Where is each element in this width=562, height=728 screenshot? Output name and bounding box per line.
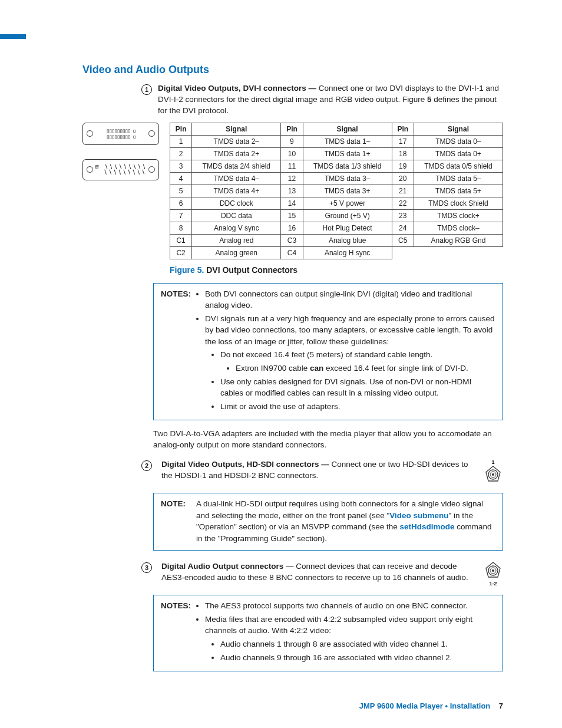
table-row: 5TMDS data 4+13TMDS data 3+21TMDS data 5… — [170, 185, 503, 197]
page-footer: JMP 9600 Media Player • Installation 7 — [359, 701, 503, 710]
note3-bullet1: The AES3 protocol supports two channels … — [205, 600, 495, 612]
signal-cell: TMDS data 0– — [414, 135, 503, 147]
notes-label: NOTES: — [161, 289, 191, 298]
th-signal: Signal — [414, 123, 503, 135]
signal-cell — [414, 246, 503, 259]
signal-cell: Analog H sync — [303, 246, 392, 259]
table-row: 8Analog V sync16Hot Plug Detect24TMDS cl… — [170, 222, 503, 234]
figure-row: ▯▯▯▯▯▯▯▯▯ ▫▯▯▯▯▯▯▯▯▯ ▫ ⊟ \\\\\\\\\ \\\\\… — [82, 123, 503, 259]
notes-box-3: NOTES: The AES3 protocol supports two ch… — [153, 595, 503, 671]
pin-cell: 23 — [392, 209, 414, 222]
pin-cell: 15 — [281, 209, 303, 222]
th-pin: Pin — [281, 123, 303, 135]
signal-cell: TMDS clock+ — [414, 209, 503, 222]
pin-cell — [392, 246, 414, 259]
svg-point-7 — [492, 569, 494, 572]
page-number: 7 — [499, 701, 503, 710]
callout-number-2: 2 — [141, 460, 152, 471]
pin-cell: 9 — [281, 135, 303, 147]
pin-cell: 16 — [281, 222, 303, 234]
dvi-d-connector-icon: ⊟ \\\\\\\\\ \\\\\\\\\ — [82, 159, 159, 180]
signal-cell: TMDS data 2– — [192, 135, 281, 147]
pin-cell: 20 — [392, 172, 414, 185]
pin-cell: C3 — [281, 234, 303, 246]
figure-caption: Figure 5. DVI Output Connectors — [170, 265, 503, 275]
note-label: NOTE: — [161, 499, 186, 508]
table-row: 4TMDS data 4–12TMDS data 3–20TMDS data 5… — [170, 172, 503, 185]
callout-2-lead: Digital Video Outputs, HD-SDI connectors… — [161, 460, 332, 469]
signal-cell: TMDS data 0+ — [414, 147, 503, 160]
signal-cell: Ground (+5 V) — [303, 209, 392, 222]
connector-illustrations: ▯▯▯▯▯▯▯▯▯ ▫▯▯▯▯▯▯▯▯▯ ▫ ⊟ \\\\\\\\\ \\\\\… — [82, 123, 159, 259]
note1-sub3: Limit or avoid the use of adapters. — [220, 401, 495, 413]
page: Video and Audio Outputs 1 Digital Video … — [0, 0, 562, 728]
pin-cell: 14 — [281, 197, 303, 209]
signal-cell: TMDS clock– — [414, 222, 503, 234]
signal-cell: TMDS data 4+ — [192, 185, 281, 197]
signal-cell: +5 V power — [303, 197, 392, 209]
table-row: 1TMDS data 2–9TMDS data 1–17TMDS data 0– — [170, 135, 503, 147]
signal-cell: TMDS data 5– — [414, 172, 503, 185]
note1-sub1a: Extron IN9700 cable can exceed 16.4 feet… — [236, 363, 495, 374]
pin-cell: 12 — [281, 172, 303, 185]
pin-cell: 10 — [281, 147, 303, 160]
signal-cell: TMDS clock Shield — [414, 197, 503, 209]
pin-cell: 5 — [170, 185, 192, 197]
pin-cell: C4 — [281, 246, 303, 259]
pin-cell: C2 — [170, 246, 192, 259]
pin-cell: 21 — [392, 185, 414, 197]
note1-sub1: Do not exceed 16.4 feet (5 meters) of st… — [220, 349, 495, 361]
table-row: C2Analog greenC4Analog H sync — [170, 246, 503, 259]
callout-3: 3 Digital Audio Output connectors — Conn… — [141, 561, 503, 587]
signal-cell: DDC clock — [192, 197, 281, 209]
signal-cell: TMDS data 2/4 shield — [192, 160, 281, 172]
callout-1: 1 Digital Video Outputs, DVI-I connector… — [141, 83, 503, 117]
sethdsdimode-link[interactable]: setHdsdimode — [400, 522, 455, 531]
table-row: 2TMDS data 2+10TMDS data 1+18TMDS data 0… — [170, 147, 503, 160]
pin-cell: 3 — [170, 160, 192, 172]
footer-text: JMP 9600 Media Player • Installation — [359, 701, 491, 710]
note3-sub1: Audio channels 1 through 8 are associate… — [220, 638, 495, 650]
note-box-2: NOTE: A dual-link HD-SDI output requires… — [153, 493, 503, 551]
th-pin: Pin — [170, 123, 192, 135]
note3-bullet2: Media files that are encoded with 4:2:2 … — [205, 614, 495, 637]
th-signal: Signal — [192, 123, 281, 135]
pin-cell: 19 — [392, 160, 414, 172]
th-signal: Signal — [303, 123, 392, 135]
pin-cell: 22 — [392, 197, 414, 209]
signal-cell: TMDS data 5+ — [414, 185, 503, 197]
video-submenu-link[interactable]: Video submenu — [389, 511, 448, 520]
signal-cell: TMDS data 1/3 shield — [303, 160, 392, 172]
pin-cell: 6 — [170, 197, 192, 209]
pin-cell: 8 — [170, 222, 192, 234]
pin-cell: 13 — [281, 185, 303, 197]
callout-1-lead: Digital Video Outputs, DVI-I connectors … — [158, 84, 319, 93]
note1-sub2: Use only cables designed for DVI signals… — [220, 376, 495, 399]
signal-cell: Analog blue — [303, 234, 392, 246]
pin-cell: 11 — [281, 160, 303, 172]
signal-cell: TMDS data 1– — [303, 135, 392, 147]
signal-cell: Hot Plug Detect — [303, 222, 392, 234]
signal-cell: Analog RGB Gnd — [414, 234, 503, 246]
svg-point-3 — [492, 473, 494, 476]
th-pin: Pin — [392, 123, 414, 135]
table-row: 3TMDS data 2/4 shield11TMDS data 1/3 shi… — [170, 160, 503, 172]
dvi-i-connector-icon: ▯▯▯▯▯▯▯▯▯ ▫▯▯▯▯▯▯▯▯▯ ▫ — [82, 123, 159, 145]
content-area: Video and Audio Outputs 1 Digital Video … — [82, 34, 503, 671]
pin-cell: 4 — [170, 172, 192, 185]
figure-ref: 5 — [427, 95, 432, 104]
callout-3-lead: Digital Audio Output connectors — [161, 562, 283, 571]
section-heading: Video and Audio Outputs — [82, 64, 503, 76]
note1-bullet2: DVI signals run at a very high frequency… — [205, 313, 495, 348]
signal-cell: Analog green — [192, 246, 281, 259]
pin-cell: 17 — [392, 135, 414, 147]
pin-cell: C5 — [392, 234, 414, 246]
note3-sub2: Audio channels 9 through 16 are associat… — [220, 652, 495, 664]
signal-cell: Analog V sync — [192, 222, 281, 234]
callout-number-3: 3 — [141, 562, 152, 573]
pin-cell: 7 — [170, 209, 192, 222]
callout-2: 2 Digital Video Outputs, HD-SDI connecto… — [141, 459, 503, 485]
top-accent-bar — [0, 34, 26, 39]
figure-label: Figure 5. — [170, 265, 204, 275]
signal-cell: Analog red — [192, 234, 281, 246]
